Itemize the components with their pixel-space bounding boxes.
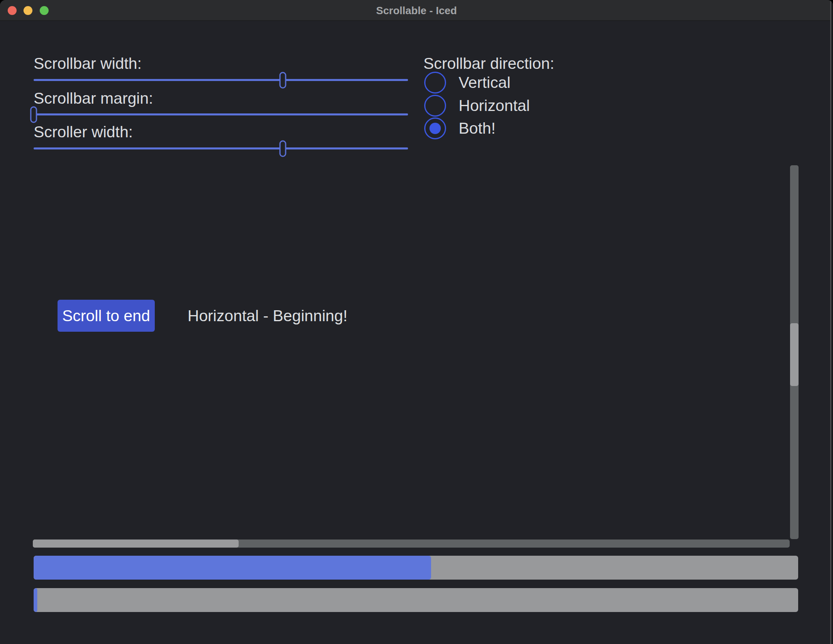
scrollbar-margin-label: Scrollbar margin:	[34, 90, 153, 107]
slider-rail	[34, 79, 408, 81]
vertical-progress-bar	[34, 588, 798, 612]
radio-horizontal[interactable]: Horizontal	[424, 95, 530, 117]
radio-both-label: Both!	[459, 119, 496, 137]
scroller-width-label: Scroller width:	[34, 124, 133, 141]
radio-vertical[interactable]: Vertical	[424, 72, 510, 94]
radio-dot-icon	[429, 123, 441, 134]
radio-both[interactable]: Both!	[424, 117, 496, 139]
progress-fill	[34, 588, 37, 612]
progress-fill	[34, 556, 431, 580]
horizontal-scrollbar-thumb[interactable]	[33, 540, 239, 548]
app-window: Scrollable - Iced Scrollbar width: Scrol…	[0, 0, 833, 644]
radio-icon[interactable]	[424, 95, 446, 117]
vertical-scrollbar-thumb[interactable]	[790, 323, 799, 386]
slider-handle[interactable]	[280, 140, 286, 157]
vertical-scrollbar-track[interactable]	[790, 165, 799, 539]
slider-handle[interactable]	[280, 72, 286, 88]
scrollbar-width-label: Scrollbar width:	[34, 55, 142, 73]
window-title: Scrollable - Iced	[0, 0, 833, 21]
radio-horizontal-label: Horizontal	[459, 97, 530, 115]
slider-handle[interactable]	[30, 106, 37, 123]
scroller-width-slider[interactable]	[34, 140, 408, 157]
titlebar: Scrollable - Iced	[0, 0, 833, 21]
horizontal-scrollbar-track[interactable]	[33, 540, 790, 548]
scrollbar-margin-slider[interactable]	[34, 106, 408, 123]
radio-icon[interactable]	[424, 117, 446, 139]
radio-vertical-label: Vertical	[459, 74, 510, 92]
scroll-to-end-button[interactable]: Scroll to end	[58, 300, 155, 332]
horizontal-progress-bar	[34, 556, 798, 580]
slider-rail	[34, 113, 408, 115]
scroll-status-text: Horizontal - Beginning!	[188, 300, 348, 332]
radio-icon[interactable]	[424, 72, 446, 94]
window-right-gap	[831, 0, 833, 644]
scrollbar-width-slider[interactable]	[34, 72, 408, 88]
scrollbar-direction-label: Scrollbar direction:	[423, 55, 554, 73]
slider-rail	[34, 147, 408, 149]
